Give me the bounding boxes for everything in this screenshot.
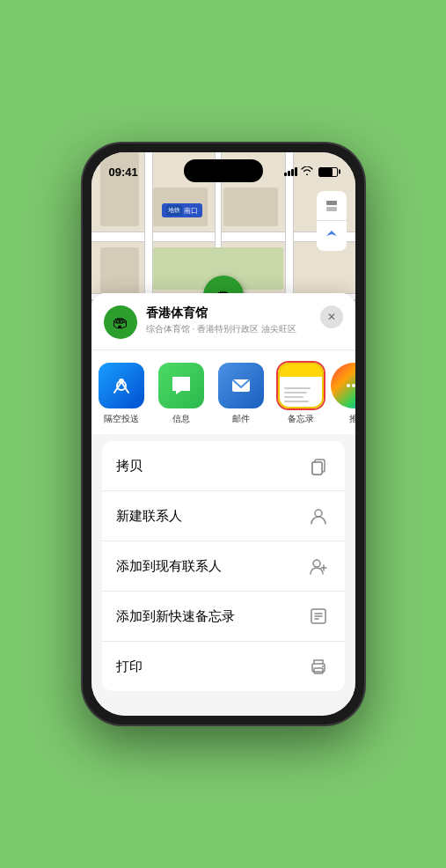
phone-frame: 09:41	[83, 143, 364, 725]
venue-info: 香港体育馆 综合体育馆 · 香港特别行政区 油尖旺区	[146, 305, 311, 335]
phone-screen: 09:41	[91, 152, 355, 716]
svg-point-22	[322, 666, 324, 667]
svg-point-12	[315, 510, 322, 517]
venue-subtitle: 综合体育馆 · 香港特别行政区 油尖旺区	[146, 323, 311, 335]
venue-header: 🏟 香港体育馆 综合体育馆 · 香港特别行政区 油尖旺区 ✕	[91, 293, 355, 350]
action-add-existing[interactable]: 添加到现有联系人	[102, 541, 345, 592]
add-existing-label: 添加到现有联系人	[116, 558, 222, 575]
venue-name: 香港体育馆	[146, 305, 311, 321]
svg-rect-21	[314, 668, 323, 673]
venue-icon: 🏟	[104, 305, 137, 339]
battery-icon	[318, 167, 338, 177]
action-add-notes[interactable]: 添加到新快速备忘录	[102, 592, 345, 642]
subway-label: 地铁 南口	[162, 203, 202, 217]
svg-point-4	[119, 379, 124, 384]
message-label: 信息	[172, 413, 190, 425]
add-notes-label: 添加到新快速备忘录	[116, 608, 235, 625]
bottom-sheet: 🏟 香港体育馆 综合体育馆 · 香港特别行政区 油尖旺区 ✕	[91, 293, 355, 716]
print-icon	[306, 654, 331, 679]
map-layer-button[interactable]	[317, 191, 347, 221]
airdrop-icon	[99, 363, 144, 408]
svg-point-13	[313, 560, 320, 567]
svg-rect-0	[326, 201, 337, 205]
action-print[interactable]: 打印	[102, 642, 345, 691]
copy-icon	[306, 453, 331, 478]
action-copy[interactable]: 拷贝	[102, 441, 345, 491]
share-item-notes[interactable]: 备忘录	[271, 363, 331, 425]
action-list: 拷贝 新建联系人	[102, 441, 345, 691]
print-label: 打印	[116, 658, 143, 675]
notes-highlight	[278, 363, 324, 408]
share-item-more[interactable]: 推	[331, 363, 355, 425]
dynamic-island	[184, 159, 263, 182]
wifi-icon	[301, 166, 313, 177]
close-button[interactable]: ✕	[320, 305, 343, 328]
share-row: 隔空投送 信息	[91, 350, 355, 434]
new-contact-label: 新建联系人	[116, 508, 182, 525]
copy-label: 拷贝	[116, 458, 143, 474]
notes-icon	[278, 363, 324, 408]
location-button[interactable]	[317, 221, 347, 251]
more-label: 推	[349, 413, 355, 425]
mail-icon	[218, 363, 264, 408]
svg-point-7	[352, 384, 355, 387]
more-icon	[331, 363, 355, 408]
map-controls	[317, 191, 347, 251]
airdrop-label: 隔空投送	[104, 413, 139, 425]
action-new-contact[interactable]: 新建联系人	[102, 491, 345, 541]
svg-rect-1	[326, 207, 337, 211]
status-icons	[284, 166, 338, 177]
svg-rect-11	[312, 462, 322, 474]
svg-point-6	[347, 384, 350, 387]
svg-marker-2	[326, 231, 337, 236]
share-item-mail[interactable]: 邮件	[211, 363, 271, 425]
message-icon	[158, 363, 204, 408]
share-item-airdrop[interactable]: 隔空投送	[91, 363, 151, 425]
share-item-message[interactable]: 信息	[151, 363, 211, 425]
signal-icon	[284, 167, 297, 176]
person-add-icon	[306, 554, 331, 578]
mail-label: 邮件	[232, 413, 250, 425]
status-time: 09:41	[109, 166, 138, 179]
note-icon	[306, 604, 331, 629]
notes-label: 备忘录	[288, 413, 314, 425]
person-icon	[306, 504, 331, 528]
